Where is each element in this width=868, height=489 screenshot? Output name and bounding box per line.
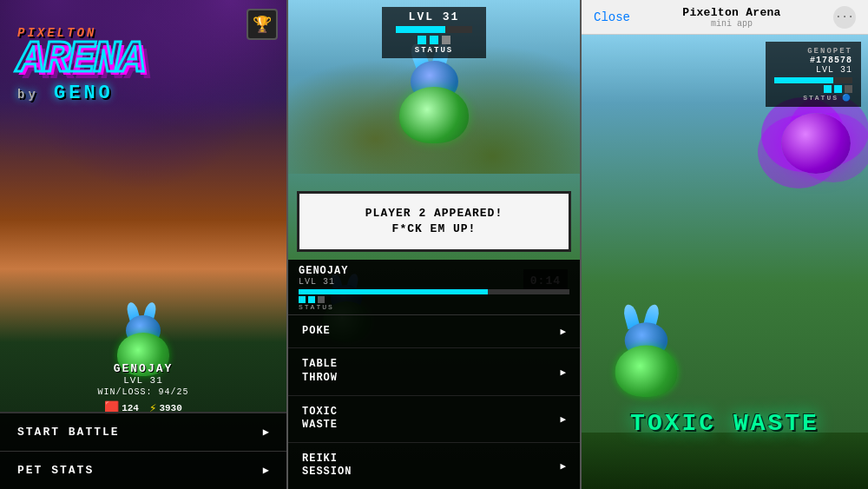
poke-label: POKE — [302, 325, 331, 339]
enemy-status-dots — [396, 36, 472, 44]
close-button[interactable]: Close — [594, 10, 630, 24]
trophy-icon: 🏆 — [253, 15, 272, 34]
action-table-throw[interactable]: TABLE THROW ▶ — [288, 348, 580, 395]
arena-label: ARENA — [17, 40, 144, 81]
enemy-dot-3 — [442, 36, 450, 44]
right-health-bar-fill — [774, 77, 833, 83]
start-battle-arrow: ▶ — [263, 426, 269, 439]
rp-body — [615, 346, 678, 397]
app-subtitle: mini app — [682, 19, 780, 29]
enemy-hud: LVL 31 STATUS — [382, 7, 486, 58]
right-dot-2 — [834, 85, 842, 93]
status-text: STATUS — [803, 94, 838, 102]
enemy-status-label: STATUS — [396, 46, 472, 55]
table-throw-label: TABLE THROW — [302, 358, 338, 385]
start-battle-item[interactable]: START BATTLE ▶ — [0, 413, 286, 452]
purple-enemy — [781, 113, 851, 174]
right-dot-3 — [845, 85, 852, 93]
pet-stats-arrow: ▶ — [263, 464, 269, 477]
player-char-name: GENOJAY — [299, 265, 569, 277]
enemy-dot-2 — [430, 36, 438, 44]
player-dot-2 — [308, 296, 315, 303]
pet-stats-label: PET STATS — [17, 464, 94, 477]
action-toxic-waste[interactable]: TOXIC WASTE ▶ — [288, 396, 580, 443]
start-battle-label: START BATTLE — [17, 426, 120, 439]
purple-blob-sprite — [781, 113, 851, 174]
battle-message-box: PLAYER 2 APPEARED! F*CK EM UP! — [297, 191, 571, 252]
middle-panel: LVL 31 STATUS PLAYER 2 APPEARED! F*CK EM… — [286, 0, 582, 489]
by-label: by — [17, 88, 39, 102]
by-geno-label: by GENO — [17, 83, 144, 104]
right-hud: GENOPET #178578 LVL 31 STATUS 🔵 — [766, 42, 861, 107]
msg-line2: F*CK EM UP! — [392, 222, 477, 235]
reiki-arrow: ▶ — [560, 460, 566, 472]
pet-name: GENOJAY — [0, 362, 286, 375]
right-dot-1 — [824, 85, 832, 93]
app-title-area: Pixelton Arena mini app — [682, 6, 780, 29]
status-icon: 🔵 — [842, 94, 852, 102]
left-panel: 🏆 PIXELTON ARENA by GENO GENOJAY LVL 31 … — [0, 0, 286, 489]
battle-message-text: PLAYER 2 APPEARED! F*CK EM UP! — [313, 206, 555, 237]
msg-line1: PLAYER 2 APPEARED! — [365, 207, 503, 220]
pet-level: LVL 31 — [0, 375, 286, 386]
enemy-health-bar-fill — [396, 26, 445, 33]
right-panel: Close Pixelton Arena mini app ··· GENOPE… — [582, 0, 868, 489]
player-status-label: STATUS — [299, 303, 569, 311]
geno-word: GENO — [54, 83, 114, 104]
player-health-bar-bg — [299, 289, 569, 294]
enemy-body — [399, 87, 469, 143]
poke-arrow: ▶ — [560, 326, 566, 337]
enemy-sprite — [386, 61, 482, 143]
action-reiki[interactable]: REIKI SESSION ▶ — [288, 443, 580, 489]
table-throw-arrow: ▶ — [560, 367, 566, 378]
pet-stats-item[interactable]: PET STATS ▶ — [0, 452, 286, 489]
enemy-health-bar-bg — [396, 26, 472, 33]
app-title: Pixelton Arena — [682, 6, 780, 19]
ground — [582, 433, 868, 489]
action-menu-header: GENOJAY LVL 31 STATUS — [288, 260, 580, 315]
more-icon: ··· — [835, 11, 854, 23]
more-button[interactable]: ··· — [833, 6, 856, 29]
player-health-bar-fill — [299, 289, 488, 294]
right-player-creature — [608, 324, 686, 393]
toxic-waste-text: TOXIC WASTE — [630, 410, 819, 437]
action-menu: GENOJAY LVL 31 STATUS POKE ▶ TABLE THROW… — [288, 260, 580, 489]
enemy-dot-1 — [418, 36, 426, 44]
toxic-waste-big-label: TOXIC WASTE — [630, 410, 819, 437]
genopet-id: #178578 — [774, 56, 852, 65]
player-status-dots — [299, 296, 569, 303]
pet-info: GENOJAY LVL 31 WIN/LOSS: 94/25 🟥 124 ⚡ 3… — [0, 362, 286, 415]
right-status-dots — [774, 85, 852, 93]
right-player-sprite — [604, 320, 690, 397]
player-char-level: LVL 31 — [299, 277, 569, 287]
genopet-label: GENOPET — [774, 47, 852, 56]
enemy-level: LVL 31 — [396, 10, 472, 23]
reiki-label: REIKI SESSION — [302, 453, 352, 479]
pet-record: WIN/LOSS: 94/25 — [0, 387, 286, 397]
phone-topbar: Close Pixelton Arena mini app ··· — [582, 0, 868, 35]
action-poke[interactable]: POKE ▶ — [288, 315, 580, 349]
toxic-waste-label-menu: TOXIC WASTE — [302, 406, 338, 433]
enemy-creature — [386, 61, 482, 143]
game-title: PIXELTON ARENA by GENO — [17, 26, 144, 104]
left-menu: START BATTLE ▶ PET STATS ▶ — [0, 412, 286, 489]
right-status-label: STATUS 🔵 — [774, 94, 852, 102]
player-dot-3 — [318, 296, 325, 303]
trophy-button[interactable]: 🏆 — [247, 9, 278, 40]
genopet-level: LVL 31 — [774, 65, 852, 75]
player-dot-1 — [299, 296, 306, 303]
right-health-bar-bg — [774, 77, 852, 83]
toxic-waste-arrow: ▶ — [560, 413, 566, 425]
